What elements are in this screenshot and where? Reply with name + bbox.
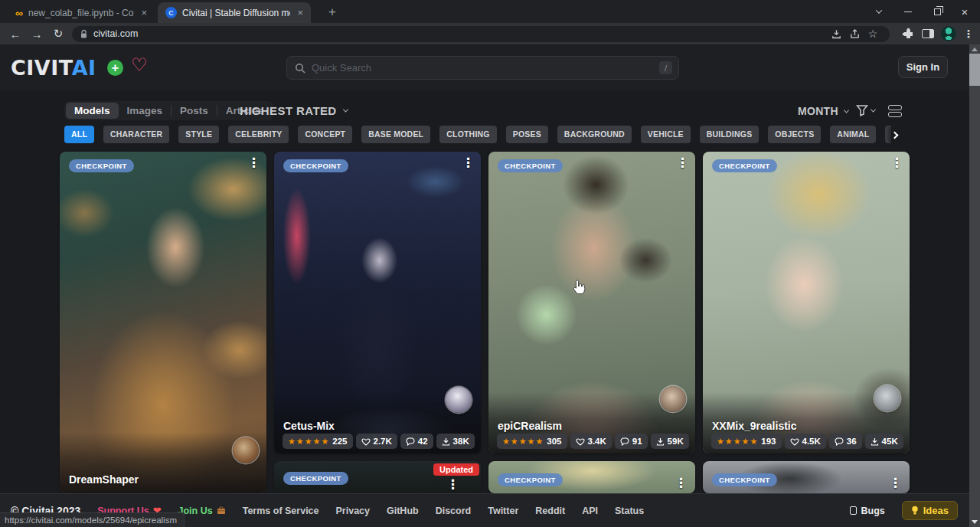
filter-dropdown[interactable] <box>856 104 875 116</box>
minimize-button[interactable] <box>894 0 922 23</box>
tab-posts[interactable]: Posts <box>172 103 217 119</box>
footer-link-twitter[interactable]: Twitter <box>488 506 518 516</box>
search-input[interactable] <box>312 62 659 74</box>
favorites-heart-icon[interactable]: ♡ <box>131 54 148 76</box>
tab-title: new_colab_file.ipynb - Colaborat <box>28 8 134 18</box>
category-pill-style[interactable]: STYLE <box>178 126 219 143</box>
footer-link-discord[interactable]: Discord <box>436 506 472 516</box>
comment-icon <box>835 437 844 446</box>
category-pill-character[interactable]: CHARACTER <box>103 126 169 143</box>
sort-dropdown[interactable]: HIGHEST RATED <box>240 104 348 117</box>
footer-link-reddit[interactable]: Reddit <box>535 506 565 516</box>
card-menu-icon[interactable]: ⋮ <box>675 475 688 491</box>
create-plus-button[interactable]: + <box>107 60 123 76</box>
share-icon[interactable] <box>845 28 864 40</box>
comments-pill: 91 <box>615 434 648 449</box>
comments-count: 36 <box>847 437 857 446</box>
lock-icon <box>80 29 88 39</box>
site-header: CIVITAI + ♡ / Sign In <box>0 44 980 90</box>
quick-search-box[interactable]: / <box>286 56 679 80</box>
footer-link-privacy[interactable]: Privacy <box>336 506 370 516</box>
scrollbar-thumb[interactable] <box>969 54 980 86</box>
download-icon <box>871 437 879 446</box>
reload-button[interactable]: ↻ <box>49 26 67 41</box>
browser-tab-civitai[interactable]: C Civitai | Stable Diffusion models, × <box>158 2 311 23</box>
card-menu-icon[interactable]: ⋮ <box>247 155 260 171</box>
card-menu-icon[interactable]: ⋮ <box>676 155 689 171</box>
category-pill-all[interactable]: ALL <box>64 126 94 143</box>
category-pill-concept[interactable]: CONCEPT <box>298 126 352 143</box>
likes-pill: 2.7K <box>356 434 397 449</box>
close-window-button[interactable]: × <box>951 0 978 23</box>
category-pill-poses[interactable]: POSES <box>506 126 548 143</box>
back-button[interactable]: ← <box>6 26 24 41</box>
side-panel-icon[interactable] <box>922 29 934 38</box>
forward-button[interactable]: → <box>28 26 46 41</box>
join-us-link[interactable]: Join Us <box>178 506 226 516</box>
category-pill-animal[interactable]: ANIMAL <box>830 126 876 143</box>
footer-link-terms[interactable]: Terms of Service <box>243 506 319 516</box>
scroll-down-arrow-icon[interactable] <box>972 520 978 524</box>
model-card-cetus-mix[interactable]: CHECKPOINT ⋮ Cetus-Mix ★★★★★ 225 2.7K 42… <box>274 152 481 453</box>
layout-toggle-button[interactable] <box>888 105 902 117</box>
model-card-dreamshaper[interactable]: CHECKPOINT ⋮ DreamShaper <box>60 152 266 493</box>
creator-avatar[interactable] <box>660 386 686 412</box>
extensions-puzzle-icon[interactable] <box>902 28 915 41</box>
browser-profile-avatar[interactable] <box>941 26 956 41</box>
model-card-partial[interactable]: CHECKPOINT ⋮ <box>703 461 910 493</box>
browser-toolbar: ← → ↻ civitai.com ☆ ⋮ <box>0 23 980 44</box>
link-preview-status-bar: https://civitai.com/models/25694/epicrea… <box>0 512 185 527</box>
civitai-logo[interactable]: CIVITAI <box>11 56 96 80</box>
footer-link-status[interactable]: Status <box>615 506 644 516</box>
tab-images[interactable]: Images <box>119 103 172 119</box>
model-type-badge: CHECKPOINT <box>69 159 134 172</box>
bug-icon <box>850 506 857 515</box>
period-dropdown[interactable]: MONTH <box>798 105 848 117</box>
card-menu-icon[interactable]: ⋮ <box>890 155 903 171</box>
category-pill-vehicle[interactable]: VEHICLE <box>641 126 691 143</box>
new-tab-button[interactable]: + <box>323 4 341 21</box>
restore-button[interactable] <box>923 0 951 23</box>
rating-count: 305 <box>547 437 561 446</box>
sign-in-button[interactable]: Sign In <box>898 56 948 78</box>
heart-icon <box>576 437 585 446</box>
chevron-down-icon <box>844 107 849 113</box>
category-pill-clothing[interactable]: CLOTHING <box>439 126 496 143</box>
download-page-icon[interactable] <box>827 28 845 40</box>
model-card-partial[interactable]: Updated CHECKPOINT ⋮ <box>274 461 481 493</box>
model-card-epicrealism[interactable]: CHECKPOINT ⋮ epiCRealism ★★★★★ 305 3.4K … <box>488 152 695 453</box>
category-pill-buildings[interactable]: BUILDINGS <box>700 126 760 143</box>
browser-menu-icon[interactable]: ⋮ <box>963 28 974 40</box>
model-card-partial[interactable]: CHECKPOINT ⋮ <box>488 461 695 493</box>
comment-icon <box>620 437 629 446</box>
category-pill-objects[interactable]: OBJECTS <box>768 126 821 143</box>
ideas-button[interactable]: Ideas <box>902 501 958 520</box>
page-scrollbar[interactable] <box>969 44 980 527</box>
card-menu-icon[interactable]: ⋮ <box>462 155 475 171</box>
creator-avatar[interactable] <box>874 385 900 411</box>
address-bar[interactable]: civitai.com ☆ <box>72 26 890 42</box>
creator-avatar[interactable] <box>233 437 259 463</box>
category-pill-celebrity[interactable]: CELEBRITY <box>228 126 289 143</box>
model-title: epiCRealism <box>498 420 562 432</box>
footer-link-github[interactable]: GitHub <box>387 506 419 516</box>
tab-search-chevron-icon[interactable] <box>865 0 893 23</box>
card-menu-icon[interactable]: ⋮ <box>889 475 902 491</box>
scroll-up-arrow-icon[interactable] <box>972 47 978 51</box>
tab-close-icon[interactable]: × <box>139 7 149 18</box>
bookmark-star-icon[interactable]: ☆ <box>864 28 882 40</box>
model-type-badge: CHECKPOINT <box>712 473 777 486</box>
category-pill-background[interactable]: BACKGROUND <box>557 126 632 143</box>
tab-models[interactable]: Models <box>66 103 119 119</box>
card-menu-icon[interactable]: ⋮ <box>446 476 459 493</box>
bugs-link[interactable]: Bugs <box>850 506 885 516</box>
tab-close-icon[interactable]: × <box>296 7 305 18</box>
creator-avatar[interactable] <box>446 387 472 413</box>
category-pill-base-model[interactable]: BASE MODEL <box>361 126 430 143</box>
pills-scroll-right-button[interactable] <box>887 127 902 142</box>
star-rating-icon: ★★★★★ <box>502 437 544 447</box>
browser-tab-colab[interactable]: ∞ new_colab_file.ipynb - Colaborat × <box>8 2 155 23</box>
heart-icon <box>790 437 799 446</box>
model-card-xxmix9realistic[interactable]: CHECKPOINT ⋮ XXMix_9realistic ★★★★★ 193 … <box>703 152 910 453</box>
footer-link-api[interactable]: API <box>582 506 598 516</box>
